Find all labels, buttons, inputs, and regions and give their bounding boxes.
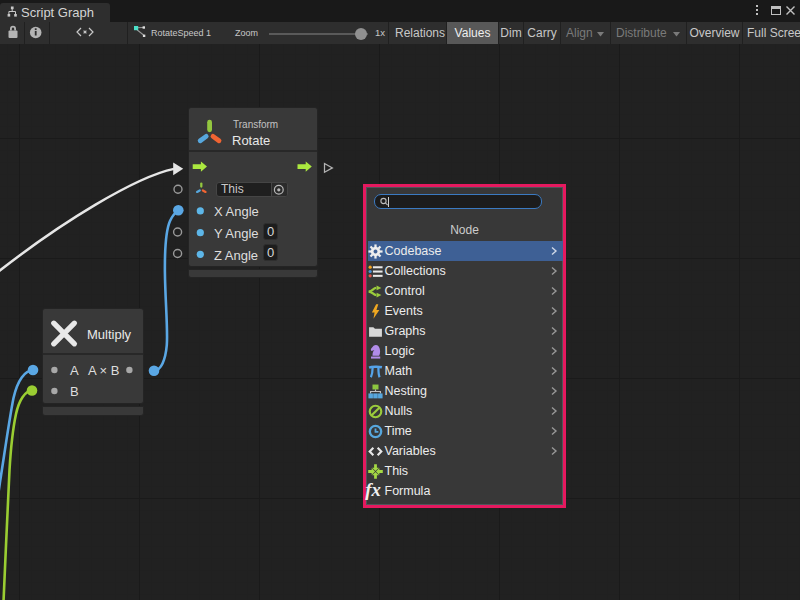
svg-text:fx: fx [365, 479, 381, 500]
